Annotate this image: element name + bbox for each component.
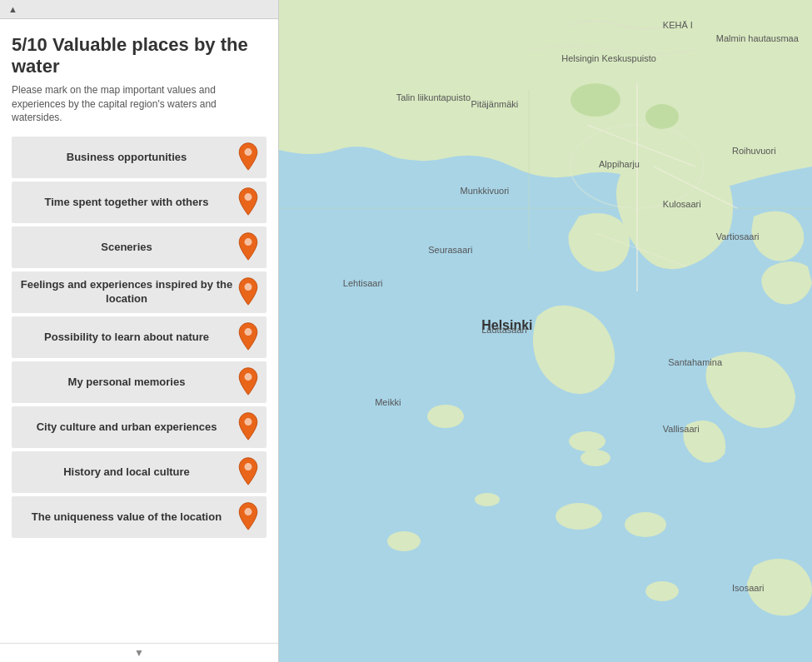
scroll-down-icon: ▼ [134, 647, 144, 659]
svg-point-5 [245, 373, 252, 381]
pin-icon-memories [237, 366, 260, 399]
pin-icon [237, 276, 260, 306]
svg-point-4 [245, 328, 252, 336]
category-button-feelings[interactable]: Feelings and experiences inspired by the… [12, 271, 267, 313]
svg-point-17 [387, 531, 421, 551]
category-label-sceneries: Sceneries [20, 241, 237, 255]
pin-icon [237, 321, 260, 351]
pin-icon [237, 501, 260, 531]
svg-point-24 [645, 104, 679, 129]
category-label-city-culture: City culture and urban experiences [20, 421, 237, 435]
category-label-business: Business opportunities [20, 151, 237, 165]
category-button-history[interactable]: History and local culture [12, 451, 267, 493]
category-button-city-culture[interactable]: City culture and urban experiences [12, 406, 267, 448]
pin-icon-nature [237, 321, 260, 354]
category-label-history: History and local culture [20, 465, 237, 480]
category-button-uniqueness[interactable]: The uniqueness value of the location [12, 496, 267, 538]
category-label-time-together: Time spent together with others [20, 196, 237, 210]
sidebar-description: Please mark on the map important values … [12, 83, 267, 125]
pin-icon-business [237, 142, 260, 174]
pin-icon-sceneries [237, 231, 260, 264]
svg-point-16 [475, 493, 500, 506]
svg-point-26 [569, 431, 605, 451]
category-label-memories: My personal memories [20, 376, 237, 390]
pin-icon [237, 366, 260, 396]
category-list: Business opportunities Time spent togeth… [12, 137, 267, 538]
category-button-nature[interactable]: Possibility to learn about nature [12, 316, 267, 358]
svg-point-2 [245, 238, 252, 246]
category-label-feelings: Feelings and experiences inspired by the… [20, 278, 237, 306]
map-svg [279, 0, 812, 662]
svg-point-8 [245, 508, 252, 515]
svg-point-25 [555, 503, 602, 530]
pin-icon [237, 142, 260, 172]
svg-point-15 [427, 405, 464, 428]
sidebar: ▲ 5/10 Valuable places by the water Plea… [0, 0, 279, 662]
pin-icon [237, 231, 260, 261]
svg-point-3 [245, 283, 252, 291]
pin-icon-history [237, 456, 260, 489]
scroll-indicator: ▼ [0, 643, 278, 662]
map-area[interactable]: Helsinki Lehtisaari Seurasaari Munkkivuo… [279, 0, 812, 662]
category-label-nature: Possibility to learn about nature [20, 331, 237, 345]
collapse-button[interactable]: ▲ [0, 0, 278, 19]
pin-icon [237, 411, 260, 441]
pin-icon-feelings [237, 276, 260, 309]
pin-icon-city-culture [237, 411, 260, 444]
sidebar-title: 5/10 Valuable places by the water [12, 34, 267, 78]
svg-point-6 [245, 418, 252, 426]
pin-icon [237, 456, 260, 486]
category-button-memories[interactable]: My personal memories [12, 361, 267, 403]
collapse-arrow-icon: ▲ [8, 4, 17, 14]
pin-icon-time-together [237, 187, 260, 219]
svg-point-0 [245, 148, 252, 156]
svg-point-1 [245, 193, 252, 201]
svg-point-14 [645, 581, 679, 601]
svg-point-12 [625, 512, 666, 537]
category-button-time-together[interactable]: Time spent together with others [12, 182, 267, 223]
pin-icon-uniqueness [237, 501, 260, 534]
svg-point-13 [580, 450, 610, 466]
pin-icon [237, 187, 260, 217]
sidebar-scroll-area[interactable]: 5/10 Valuable places by the water Please… [0, 19, 278, 643]
category-button-sceneries[interactable]: Sceneries [12, 226, 267, 268]
category-label-uniqueness: The uniqueness value of the location [20, 510, 237, 525]
category-button-business[interactable]: Business opportunities [12, 137, 267, 178]
svg-point-7 [245, 463, 252, 470]
svg-point-23 [570, 83, 620, 117]
